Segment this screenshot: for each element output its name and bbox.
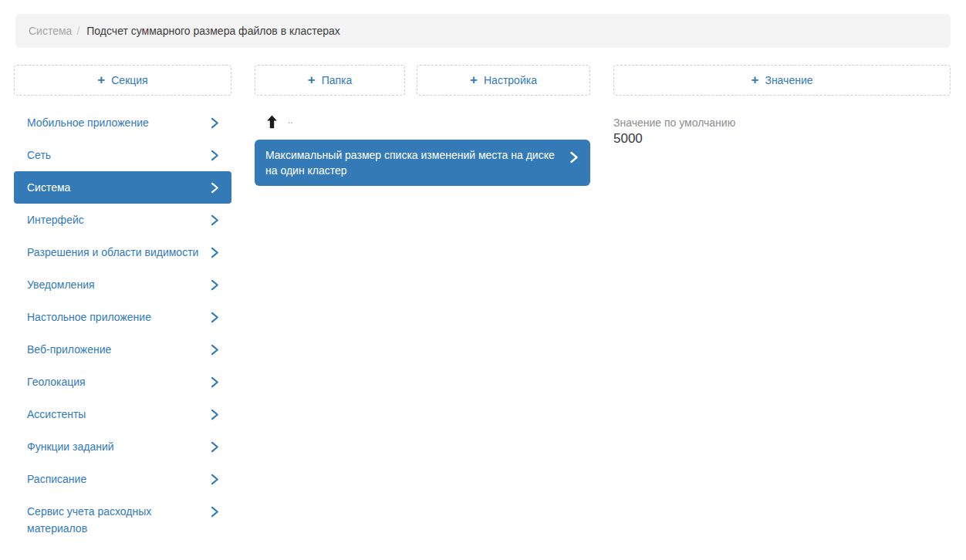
- chevron-right-icon: [211, 247, 219, 258]
- breadcrumb-current: Подсчет суммарного размера файлов в клас…: [86, 25, 340, 37]
- sidebar-item-6[interactable]: Настольное приложение: [14, 301, 231, 333]
- add-setting-button[interactable]: + Настройка: [417, 65, 590, 96]
- chevron-right-icon: [211, 279, 219, 291]
- sidebar-item-9[interactable]: Ассистенты: [14, 398, 231, 430]
- setting-item-label: Максимальный размер списка изменений мес…: [265, 147, 560, 178]
- plus-icon: +: [751, 73, 758, 86]
- sidebar-item-label: Мобильное приложение: [27, 114, 149, 131]
- add-folder-button[interactable]: + Папка: [255, 65, 405, 96]
- plus-icon: +: [97, 73, 105, 86]
- breadcrumb: Система / Подсчет суммарного размера фай…: [15, 14, 951, 48]
- breadcrumb-separator: /: [76, 25, 79, 37]
- chevron-right-icon: [211, 376, 219, 388]
- breadcrumb-section-link[interactable]: Система: [29, 25, 72, 37]
- add-setting-label: Настройка: [484, 74, 537, 86]
- settings-column: + Папка + Настройка .. Максимальный разм…: [255, 65, 590, 545]
- chevron-right-icon: [211, 506, 219, 518]
- chevron-right-icon: [569, 151, 579, 164]
- sidebar-item-3[interactable]: Интерфейс: [14, 204, 231, 236]
- sidebar-item-11[interactable]: Расписание: [14, 463, 231, 495]
- middle-toolbar: + Папка + Настройка: [255, 65, 590, 96]
- sidebar-item-label: Система: [27, 179, 70, 196]
- sidebar-item-label: Функции заданий: [27, 438, 114, 455]
- sidebar-item-8[interactable]: Геолокация: [14, 366, 231, 398]
- sidebar-item-1[interactable]: Сеть: [14, 139, 231, 171]
- default-value-block: Значение по умолчанию 5000: [613, 116, 951, 147]
- chevron-right-icon: [211, 441, 219, 453]
- chevron-right-icon: [211, 312, 219, 323]
- up-navigation-label: ..: [288, 116, 293, 125]
- add-section-label: Секция: [111, 74, 147, 86]
- sidebar-item-label: Расписание: [27, 471, 86, 487]
- sidebar-item-label: Уведомления: [27, 276, 95, 293]
- chevron-right-icon: [211, 150, 219, 161]
- sidebar-item-7[interactable]: Веб-приложение: [14, 333, 231, 366]
- values-column: + Значение Значение по умолчанию 5000: [613, 65, 951, 545]
- plus-icon: +: [470, 73, 478, 86]
- sidebar-item-label: Настольное приложение: [27, 309, 151, 326]
- add-value-label: Значение: [765, 74, 812, 86]
- sidebar-item-label: Разрешения и области видимости: [27, 244, 198, 261]
- sidebar-item-label: Веб-приложение: [27, 341, 111, 358]
- chevron-right-icon: [211, 409, 219, 420]
- arrow-up-icon: [266, 115, 278, 129]
- sidebar-item-4[interactable]: Разрешения и области видимости: [14, 236, 231, 268]
- chevron-right-icon: [211, 182, 219, 194]
- sidebar-item-0[interactable]: Мобильное приложение: [14, 106, 231, 139]
- sidebar-item-label: Интерфейс: [27, 211, 84, 228]
- plus-icon: +: [308, 73, 316, 86]
- chevron-right-icon: [211, 344, 219, 356]
- chevron-right-icon: [211, 474, 219, 485]
- sidebar-item-2[interactable]: Система: [14, 171, 231, 204]
- sidebar-item-label: Сеть: [27, 147, 51, 164]
- sidebar-item-12[interactable]: Сервис учета расходных материалов: [14, 495, 231, 545]
- sections-column: + Секция Мобильное приложение Сеть Систе…: [14, 65, 231, 545]
- sidebar-item-5[interactable]: Уведомления: [14, 268, 231, 301]
- chevron-right-icon: [211, 117, 219, 129]
- up-navigation[interactable]: ..: [266, 113, 312, 131]
- sidebar-item-10[interactable]: Функции заданий: [14, 430, 231, 463]
- add-value-button[interactable]: + Значение: [613, 65, 951, 96]
- chevron-right-icon: [211, 214, 219, 226]
- sidebar-item-label: Геолокация: [27, 373, 86, 390]
- setting-item[interactable]: Максимальный размер списка изменений мес…: [255, 140, 590, 186]
- add-section-button[interactable]: + Секция: [14, 65, 231, 96]
- settings-page: Система / Подсчет суммарного размера фай…: [0, 0, 966, 560]
- default-value: 5000: [613, 130, 951, 147]
- content-columns: + Секция Мобильное приложение Сеть Систе…: [14, 65, 951, 545]
- add-folder-label: Папка: [322, 74, 353, 86]
- default-value-label: Значение по умолчанию: [613, 116, 951, 130]
- sections-list: Мобильное приложение Сеть Система Интерф…: [14, 106, 231, 545]
- sidebar-item-label: Ассистенты: [27, 406, 86, 423]
- sidebar-item-label: Сервис учета расходных материалов: [27, 503, 203, 537]
